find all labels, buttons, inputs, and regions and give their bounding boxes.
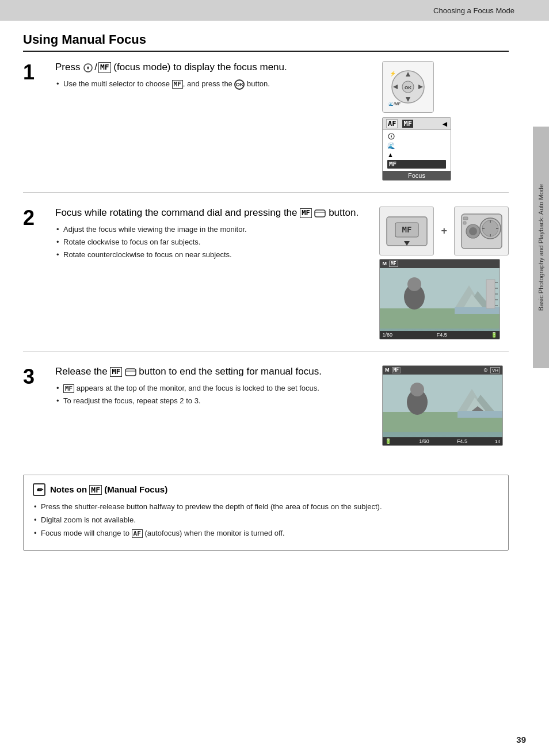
side-tab-label: Basic Photography and Playback: Auto Mod… [537, 184, 545, 311]
focus-menu-top-bar: AF MF ◀ [383, 118, 451, 130]
mf-release-icon [125, 368, 136, 377]
notes-bullet-3: Focus mode will change to AF (autofocus)… [33, 528, 499, 539]
step3-scene-svg [383, 375, 502, 432]
step3-top-left: M MF [385, 367, 401, 373]
svg-text:⚡: ⚡ [390, 70, 396, 77]
step-1: 1 Press /MF (focus mode) to display the … [23, 61, 509, 193]
svg-point-52 [410, 383, 424, 396]
step-3-bullet-1: MF appears at the top of the monitor, an… [55, 383, 373, 394]
notes-icon: ✏ [33, 483, 45, 496]
step-1-heading: Press /MF (focus mode) to display the fo… [55, 61, 373, 74]
mf-panel-svg: MF [384, 211, 430, 251]
svg-text:MF: MF [402, 225, 412, 234]
step-3: 3 Release the MF button to end the setti… [23, 365, 509, 457]
step-3-bullet-2: To readjust the focus, repeat steps 2 to… [55, 396, 373, 406]
focus-item-mf: MF [387, 160, 446, 169]
step-3-number: 3 [23, 366, 48, 446]
step3-star-icon: ⊙ [483, 367, 488, 373]
step3-mf-box: MF [392, 367, 401, 373]
step3-top-right: ⊙ VH [483, 367, 500, 373]
mf-selected-icon: MF [402, 120, 413, 128]
main-content: Using Manual Focus 1 Press /MF (focus mo… [0, 21, 549, 568]
shutter-speed: 1/60 [382, 332, 392, 338]
notes-section: ✏ Notes on MF (Manual Focus) Press the s… [23, 475, 509, 551]
svg-rect-26 [463, 217, 468, 220]
plus-sign: + [439, 207, 449, 255]
step-2-images: MF + [379, 207, 509, 339]
monitor-scene [380, 268, 500, 339]
focus-mode-icon [83, 63, 93, 73]
svg-text:OK: OK [405, 85, 411, 90]
svg-point-25 [469, 227, 477, 235]
step-3-bullets: MF appears at the top of the monitor, an… [55, 383, 373, 406]
step3-monitor-scene [383, 375, 502, 445]
svg-point-19 [482, 220, 498, 236]
page: Choosing a Focus Mode Basic Photography … [0, 0, 549, 756]
step3-aperture: F4.5 [457, 438, 467, 444]
notes-title: Notes on MF (Manual Focus) [50, 484, 167, 495]
step-1-number: 1 [23, 62, 48, 181]
notes-bullet-1: Press the shutter-release button halfway… [33, 502, 499, 512]
header-title: Choosing a Focus Mode [433, 6, 514, 15]
aperture: F4.5 [437, 332, 447, 338]
step-1-bullets: Use the multi selector to choose MF, and… [55, 79, 373, 90]
command-dial-diagram [454, 207, 509, 255]
step-3-monitor: M MF ⊙ VH [382, 365, 503, 446]
step3-battery: 🔋 [385, 438, 391, 444]
step3-monitor-top: M MF ⊙ VH [383, 366, 502, 375]
step-2-bullet-2: Rotate clockwise to focus on far subject… [55, 237, 370, 247]
step-2-bullets: Adjust the focus while viewing the image… [55, 224, 370, 261]
arrow-icon: ◀ [443, 121, 447, 127]
mf-button-icon [314, 209, 326, 218]
battery-icon: 🔋 [491, 332, 497, 338]
scene-svg [380, 268, 500, 329]
mf-panel-diagram: MF [379, 207, 434, 255]
page-number: 39 [516, 735, 526, 744]
step3-shutter: 1/60 [419, 438, 429, 444]
focus-menu-footer: Focus [383, 171, 451, 180]
step3-frames: 14 [495, 439, 500, 444]
step-2-monitor: M MF [379, 259, 500, 339]
step3-vh-icon: VH [490, 367, 500, 373]
svg-rect-36 [486, 280, 495, 308]
section-title: Using Manual Focus [23, 32, 509, 52]
step-2-bullet-1: Adjust the focus while viewing the image… [55, 224, 370, 235]
step-2: 2 Focus while rotating the command dial … [23, 207, 509, 352]
svg-rect-49 [458, 411, 502, 418]
step3-bottom-bar: 🔋 1/60 F4.5 14 [383, 437, 502, 445]
step-3-images: M MF ⊙ VH [382, 365, 509, 446]
step-3-content: Release the MF button to end the setting… [55, 365, 373, 446]
notes-header: ✏ Notes on MF (Manual Focus) [33, 483, 499, 496]
step-2-bullet-3: Rotate counterclockwise to focus on near… [55, 250, 370, 260]
focus-menu-diagram: AF MF ◀ 🌊 ▲ MF Focus [382, 117, 451, 181]
svg-text:🌊/MF: 🌊/MF [388, 101, 401, 106]
monitor-top-bar: M MF [380, 259, 500, 268]
svg-rect-11 [315, 210, 325, 217]
focus-item-icon [387, 132, 395, 140]
step3-m-label: M [385, 367, 390, 373]
focus-menu-body: 🌊 ▲ MF [383, 130, 451, 171]
ok-circle-icon: OK [234, 79, 245, 90]
focus-item-2: 🌊 [387, 142, 446, 150]
step-3-heading: Release the MF button to end the setting… [55, 365, 373, 379]
command-dial-svg [459, 211, 505, 251]
step-2-number: 2 [23, 208, 48, 339]
step-2-content: Focus while rotating the command dial an… [55, 207, 370, 339]
focus-item-1 [387, 132, 446, 140]
monitor-mf-box: MF [389, 261, 398, 267]
svg-point-35 [407, 277, 421, 291]
svg-rect-27 [463, 222, 466, 224]
camera-control-svg: OK ⚡ 🌊/MF [385, 64, 431, 110]
svg-rect-42 [125, 369, 136, 376]
monitor-bottom-bar: 1/60 F4.5 🔋 [380, 331, 500, 339]
focus-item-3: ▲ [387, 151, 446, 158]
notes-bullet-2: Digital zoom is not available. [33, 515, 499, 525]
camera-button-diagram: OK ⚡ 🌊/MF [382, 61, 434, 113]
step-2-heading: Focus while rotating the command dial an… [55, 207, 370, 220]
step-2-top-images: MF + [379, 207, 509, 255]
step-1-bullet-1: Use the multi selector to choose MF, and… [55, 79, 373, 90]
af-icon-label: AF [386, 119, 398, 128]
step-1-images: OK ⚡ 🌊/MF AF [382, 61, 509, 181]
step-1-content: Press /MF (focus mode) to display the fo… [55, 61, 373, 181]
monitor-m-label: M [382, 261, 387, 267]
